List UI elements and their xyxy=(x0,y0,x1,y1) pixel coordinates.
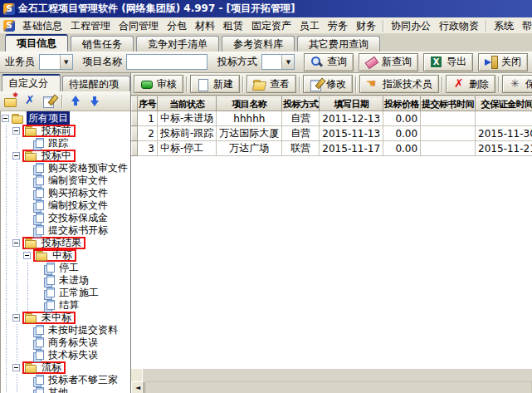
tree-item[interactable]: 其他 xyxy=(1,386,130,393)
column-header-0[interactable]: 序号 xyxy=(138,97,158,111)
grid-button-4[interactable]: 指派技术员 xyxy=(359,75,439,93)
delete-x-icon[interactable] xyxy=(23,95,37,107)
tab-2[interactable]: 竞争对手清单 xyxy=(136,36,219,52)
menu-item-12[interactable]: 系统 xyxy=(490,18,518,33)
tree-item[interactable]: 编制投标文件 xyxy=(1,199,130,212)
menu-item-7[interactable]: 员工 xyxy=(295,18,324,33)
table-row[interactable]: 2投标前-跟踪万达国际大厦自营2015-11-130.002015-11-30山 xyxy=(132,126,532,141)
grid-button-3[interactable]: 修改 xyxy=(303,75,353,93)
menu-item-9[interactable]: 财务 xyxy=(352,18,380,33)
scroll-left-arrow-icon[interactable]: ◄ xyxy=(131,381,144,393)
expander-minus-icon[interactable] xyxy=(12,127,20,135)
column-header-4[interactable]: 填写日期 xyxy=(320,97,383,111)
move-down-icon[interactable] xyxy=(88,95,101,107)
tree-item[interactable]: 投标者不够三家 xyxy=(1,374,130,386)
row-selector-cell[interactable] xyxy=(132,141,138,156)
left-tab-1[interactable]: 待提醒的项目 xyxy=(62,76,130,91)
cell xyxy=(476,111,532,126)
menu-item-2[interactable]: 合同管理 xyxy=(115,18,163,33)
tree-item[interactable]: 跟踪 xyxy=(1,137,130,150)
column-header-6[interactable]: 提交标书时间 xyxy=(421,97,476,111)
tree-guide-line xyxy=(17,212,27,224)
tab-3[interactable]: 参考资料库 xyxy=(222,36,295,52)
table-hscrollbar[interactable] xyxy=(131,368,532,381)
tab-1[interactable]: 销售任务 xyxy=(71,36,134,52)
project-grid: 序号当前状态项目名称投标方式填写日期投标价格提交标书时间交保证金时间1中标-未进… xyxy=(131,96,532,368)
tab-0[interactable]: 项目信息 xyxy=(5,34,68,52)
row-selector-cell[interactable] xyxy=(132,126,138,141)
tree-item[interactable]: 中标 xyxy=(1,249,130,262)
menu-item-6[interactable]: 固定资产 xyxy=(247,18,295,33)
row-selector-cell[interactable] xyxy=(132,111,138,126)
tree-item[interactable]: 投标结果 xyxy=(1,237,130,249)
tree-item[interactable]: 提交标书开标 xyxy=(1,224,130,237)
table-row[interactable]: 3中标-停工万达广场联营2015-11-170.002015-11-21山 xyxy=(132,141,532,156)
column-header-3[interactable]: 投标方式 xyxy=(282,97,320,111)
menu-item-11[interactable]: 行政物资 xyxy=(435,18,483,33)
expander-minus-icon[interactable] xyxy=(2,115,9,122)
tree-item[interactable]: 商务标失误 xyxy=(1,337,130,349)
tree-item[interactable]: 交投标保成金 xyxy=(1,212,130,224)
column-header-2[interactable]: 项目名称 xyxy=(217,97,282,111)
tree-item[interactable]: 未进场 xyxy=(1,274,130,287)
menu-item-1[interactable]: 工程管理 xyxy=(66,18,115,33)
grid-button-2[interactable]: 查看 xyxy=(246,75,296,93)
menu-item-13[interactable]: 帮助 xyxy=(518,18,532,33)
tree-item[interactable]: 购买招标文件 xyxy=(1,187,130,199)
bid-mode-combobox[interactable]: ▼ xyxy=(261,54,295,70)
tab-4[interactable]: 其它费用查询 xyxy=(297,36,380,52)
grid-button-5[interactable]: 删除 xyxy=(446,75,495,93)
tree-item[interactable]: 购买资格预审文件 xyxy=(1,162,130,174)
tree-guide-line xyxy=(27,299,38,312)
column-header-1[interactable]: 当前状态 xyxy=(158,97,217,111)
project-name-input[interactable] xyxy=(126,54,207,70)
filter-button-3[interactable]: 关闭 xyxy=(478,53,528,71)
table-row[interactable]: 1中标-未进场hhhhh自营2011-12-130.00 xyxy=(132,111,532,126)
chevron-down-icon[interactable]: ▼ xyxy=(281,55,294,69)
tree-guide-line xyxy=(6,187,17,199)
menu-item-4[interactable]: 材料 xyxy=(191,18,219,33)
tree-item[interactable]: 所有项目 xyxy=(1,112,130,125)
tree-item[interactable]: 正常施工 xyxy=(1,287,130,299)
new-folder-icon[interactable] xyxy=(4,95,17,107)
tree-guide-line xyxy=(17,262,27,274)
scrollbar-track[interactable] xyxy=(145,381,532,393)
column-header-5[interactable]: 投标价格 xyxy=(383,97,421,111)
grid-button-0[interactable]: 审核 xyxy=(134,75,183,93)
menu-item-3[interactable]: 分包 xyxy=(163,18,191,33)
tree-item[interactable]: 结算 xyxy=(1,299,130,312)
salesman-combobox[interactable]: ▼ xyxy=(39,54,73,70)
expander-minus-icon[interactable] xyxy=(12,364,20,371)
filter-button-2[interactable]: 导出 xyxy=(423,53,473,71)
left-tab-0[interactable]: 自定义分类 xyxy=(2,74,61,91)
tree-item[interactable]: 未中标 xyxy=(1,312,130,324)
tree-item[interactable]: 流标 xyxy=(1,361,130,374)
column-header-7[interactable]: 交保证金时间 xyxy=(476,97,532,111)
cell: 0.00 xyxy=(383,111,421,126)
expander-minus-icon[interactable] xyxy=(12,152,20,160)
tree-item[interactable]: 投标前 xyxy=(1,125,130,137)
menu-item-8[interactable]: 劳务 xyxy=(324,18,352,33)
tree-item[interactable]: 编制资审文件 xyxy=(1,174,130,187)
expander-minus-icon[interactable] xyxy=(12,239,20,247)
filter-button-0[interactable]: 查询 xyxy=(304,53,354,71)
red-x-icon xyxy=(452,78,466,91)
grid-button-1[interactable]: 新建 xyxy=(190,75,240,93)
panel-hscrollbar[interactable]: ◄ xyxy=(131,381,532,393)
tree-guide-line xyxy=(17,349,27,361)
tree-item[interactable]: 停工 xyxy=(1,262,130,274)
filter-button-1[interactable]: 新查询 xyxy=(359,53,418,71)
edit-note-icon[interactable] xyxy=(42,95,56,107)
menu-item-5[interactable]: 租赁 xyxy=(219,18,247,33)
expander-minus-icon[interactable] xyxy=(23,252,31,259)
cell xyxy=(421,126,476,141)
grid-button-6[interactable]: 保证金 xyxy=(502,75,532,93)
move-up-icon[interactable] xyxy=(69,95,82,107)
expander-minus-icon[interactable] xyxy=(12,314,20,322)
tree-item[interactable]: 未按时提交资料 xyxy=(1,324,130,337)
menu-item-0[interactable]: 基础信息 xyxy=(18,18,66,33)
menu-item-10[interactable]: 协同办公 xyxy=(387,18,435,33)
tree-item[interactable]: 投标中 xyxy=(1,150,130,162)
tree-item[interactable]: 技术标失误 xyxy=(1,349,130,361)
chevron-down-icon[interactable]: ▼ xyxy=(60,55,72,69)
